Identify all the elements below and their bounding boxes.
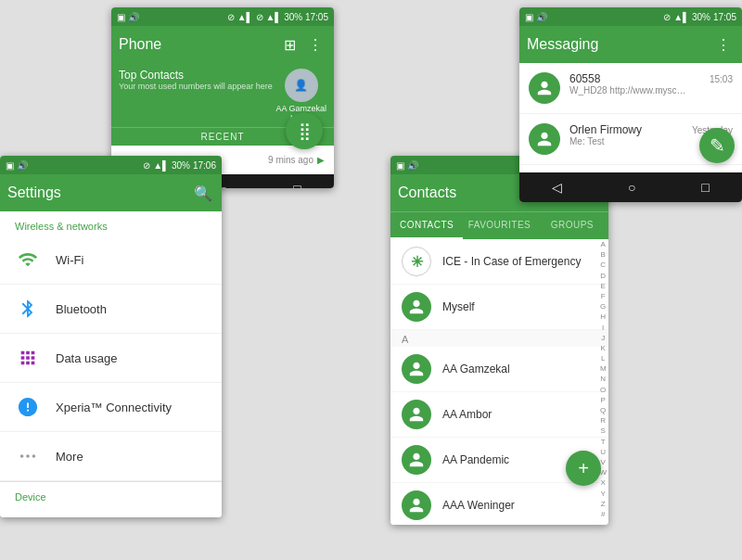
aa-gamzekal-name: AA Gamzekal: [442, 363, 510, 375]
contact-myself[interactable]: Myself: [390, 285, 608, 330]
home-btn-m[interactable]: ○: [628, 180, 635, 195]
settings-more[interactable]: More: [0, 432, 222, 481]
settings-personalisation[interactable]: Personalisation: [0, 506, 222, 517]
messaging-app-bar: Messaging ⋮: [519, 26, 742, 63]
contacts-add-fab[interactable]: +: [566, 451, 601, 486]
settings-list: Wireless & networks Wi-Fi Bluetooth Data…: [0, 211, 222, 517]
phone-overflow-icon[interactable]: ⋮: [304, 33, 326, 56]
status-left-icons: ▣ 🔊: [117, 12, 139, 22]
dialpad-fab[interactable]: ⣿: [286, 112, 323, 149]
signal-m: ⊘ ▲▌ 30%: [663, 12, 710, 22]
battery-icon: ⊘ ▲▌ 30% 17:05: [256, 12, 328, 22]
more-label: More: [56, 450, 83, 464]
messaging-window: ▣ 🔊 ⊘ ▲▌ 30% 17:05 Messaging ⋮ 60558 15:…: [519, 7, 742, 202]
svg-point-1: [26, 454, 30, 458]
xperia-icon: [15, 394, 41, 420]
contact-ice[interactable]: ✳ ICE - In Case of Emergency: [390, 239, 608, 285]
msg-top-60558: 60558 15:03: [569, 72, 733, 85]
aa-ambor-name: AA Ambor: [442, 408, 492, 421]
settings-window: ▣ 🔊 ⊘ ▲▌ 30% 17:06 Settings 🔍 Wireless &…: [0, 156, 222, 517]
whatsapp-icon: ▣: [117, 12, 125, 22]
messaging-overflow-icon[interactable]: ⋮: [712, 33, 735, 56]
aa-pandemic-name: AA Pandemic: [442, 453, 509, 466]
vol-icon: 🔊: [17, 160, 28, 171]
nav-bar-messaging: ◁ ○ □: [519, 172, 742, 202]
bluetooth-label: Bluetooth: [56, 302, 107, 316]
settings-bluetooth[interactable]: Bluetooth: [0, 285, 222, 334]
phone-app-bar: Phone ⊞ ⋮: [111, 26, 334, 63]
aaa-weninger-avatar: [402, 490, 431, 520]
msg-sender-60558: 60558: [569, 72, 600, 85]
settings-app-bar: Settings 🔍: [0, 174, 222, 211]
contact-aa-gamzekal[interactable]: AA Gamzekal: [390, 347, 608, 392]
settings-data-usage[interactable]: Data usage: [0, 334, 222, 383]
wa-icon: ▣: [6, 160, 14, 171]
settings-xperia[interactable]: Xperia™ Connectivity: [0, 383, 222, 432]
phone-grid-icon[interactable]: ⊞: [278, 33, 301, 56]
wa-icon-m: ▣: [525, 12, 533, 22]
avatar-icon: 👤: [294, 79, 308, 92]
status-right: ⊘ ▲▌ 30% 17:06: [143, 160, 216, 171]
vol-icon-m: 🔊: [536, 12, 547, 22]
message-60558[interactable]: 60558 15:03 W_HD28 http://www.myscoobi.c…: [519, 63, 742, 114]
msg-time-60558: 15:03: [710, 74, 733, 84]
ice-name: ICE - In Case of Emergency: [442, 255, 581, 268]
myself-name: Myself: [442, 300, 475, 313]
msg-content-60558: 60558 15:03 W_HD28 http://www.myscoobi.c…: [569, 72, 733, 95]
myself-avatar: [402, 292, 431, 322]
contact-aa-ambor[interactable]: AA Ambor: [390, 392, 608, 438]
device-header: Device: [0, 482, 222, 506]
ice-avatar: ✳: [402, 247, 431, 276]
aaa-weninger-name: AAA Weninger: [442, 499, 515, 512]
signal-icon: ⊘ ▲▌: [227, 12, 253, 22]
recents-btn-m[interactable]: □: [701, 180, 709, 195]
status-bar-messaging: ▣ 🔊 ⊘ ▲▌ 30% 17:05: [519, 7, 742, 26]
signal-icon: ⊘ ▲▌ 30%: [143, 160, 190, 171]
msg-sender-orlen: Orlen Firmowy: [569, 123, 642, 136]
top-contacts-subtitle: Your most used numbers will appear here: [119, 82, 273, 91]
wifi-label: Wi-Fi: [56, 253, 83, 267]
svg-point-0: [20, 454, 24, 458]
phone-title: Phone: [119, 36, 275, 53]
status-right-m: ⊘ ▲▌ 30% 17:05: [663, 12, 736, 22]
tab-groups[interactable]: GROUPS: [536, 212, 608, 239]
msg-preview-60558: W_HD28 http://www.myscoobi.com/d/550be19…: [569, 85, 690, 95]
messaging-compose-fab[interactable]: ✎: [699, 128, 735, 163]
wa-icon-c: ▣: [396, 160, 404, 171]
time-m: 17:05: [713, 12, 736, 22]
messaging-title: Messaging: [527, 36, 709, 53]
contacts-tabs: CONTACTS FAVOURITES GROUPS: [390, 211, 608, 239]
wireless-header: Wireless & networks: [0, 211, 222, 235]
status-left-m: ▣ 🔊: [525, 12, 547, 22]
msg-preview-orlen: Me: Test: [569, 136, 690, 146]
vol-icon-c: 🔊: [407, 160, 418, 171]
settings-search-icon[interactable]: 🔍: [192, 182, 214, 204]
xperia-label: Xperia™ Connectivity: [56, 401, 172, 414]
msg-avatar-60558: [529, 72, 560, 104]
top-contacts-title: Top Contacts: [119, 69, 273, 82]
status-bar-phone: ▣ 🔊 ⊘ ▲▌ ⊘ ▲▌ 30% 17:05: [111, 7, 334, 26]
contact-aaa-weninger[interactable]: AAA Weninger: [390, 483, 608, 525]
recent-label: RECENT: [200, 132, 244, 142]
status-left: ▣ 🔊: [6, 160, 28, 171]
contacts-window: ▣ 🔊 ⊘ ▲▌ 30% 17:05 Contacts 🔍 ⋮ CONTACTS…: [390, 156, 608, 525]
data-usage-label: Data usage: [56, 351, 118, 365]
status-bar-settings: ▣ 🔊 ⊘ ▲▌ 30% 17:06: [0, 156, 222, 174]
chevron-right-icon: ▶: [317, 155, 325, 165]
more-icon: [15, 443, 41, 469]
recents-button[interactable]: □: [293, 182, 301, 188]
alpha-index: A B C D E F G H I J K L M N O P Q R S T: [599, 239, 607, 519]
avatar-aa-gamzekal[interactable]: 👤: [285, 69, 318, 102]
msg-avatar-orlen: [529, 123, 560, 155]
aa-pandemic-avatar: [402, 445, 431, 475]
settings-wifi[interactable]: Wi-Fi: [0, 235, 222, 285]
wifi-icon: [15, 247, 41, 273]
section-a: A: [390, 330, 608, 347]
bluetooth-icon: [15, 296, 41, 322]
back-btn-m[interactable]: ◁: [552, 180, 562, 195]
aa-ambor-avatar: [402, 400, 431, 429]
time-label: 17:06: [193, 160, 216, 171]
tab-favourites[interactable]: FAVOURITES: [463, 212, 535, 239]
recent-contact-time: 9 mins ago ▶: [268, 155, 325, 165]
tab-contacts[interactable]: CONTACTS: [390, 212, 463, 239]
